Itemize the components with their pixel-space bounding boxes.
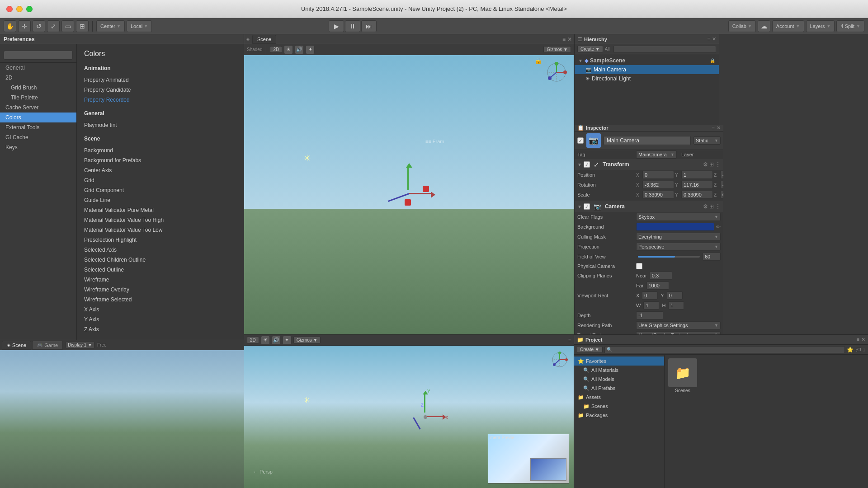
tag-dropdown[interactable]: MainCamera ▼ (636, 150, 677, 159)
pref-item-y-axis[interactable]: Y Axis (84, 314, 236, 324)
minimize-button[interactable] (16, 6, 23, 12)
project-star-icon[interactable]: ⭐ (847, 347, 854, 353)
object-active-checkbox[interactable] (577, 137, 584, 144)
pref-item-material-too-low[interactable]: Material Validator Value Too Low (84, 225, 236, 235)
scale-y-field[interactable] (681, 191, 713, 199)
center-button[interactable]: Center ▼ (96, 20, 125, 32)
project-btn-2[interactable]: ✕ (861, 337, 865, 343)
pref-item-material-pure-metal[interactable]: Material Validator Pure Metal (84, 205, 236, 215)
pref-item-selected-children-outline[interactable]: Selected Children Outline (84, 255, 236, 265)
2d-btn-bottom[interactable]: 2D (247, 337, 259, 343)
camera-more-icon[interactable]: ⋮ (715, 203, 721, 210)
gizmo-widget-bottom[interactable] (548, 348, 571, 372)
project-create-btn[interactable]: Create ▼ (577, 346, 603, 353)
hierarchy-create-btn[interactable]: Create ▼ (577, 46, 603, 52)
inspector-btn-1[interactable]: ≡ (712, 125, 715, 131)
fov-slider[interactable] (638, 256, 700, 258)
pref-item-grid-component[interactable]: Grid Component (84, 185, 236, 195)
pref-item-guide-line[interactable]: Guide Line (84, 195, 236, 205)
local-button[interactable]: Local ▼ (127, 20, 152, 32)
hierarchy-item-scene[interactable]: ▼ ◈ SampleScene 🔒 (575, 56, 719, 65)
maximize-button[interactable] (26, 6, 33, 12)
rotation-y-field[interactable] (681, 181, 713, 189)
transform-settings-icon[interactable]: ⚙ (703, 161, 708, 168)
position-x-field[interactable] (642, 171, 674, 179)
culling-mask-dropdown[interactable]: Everything ▼ (636, 233, 721, 241)
fov-field[interactable] (703, 253, 721, 261)
camera-enabled-checkbox[interactable] (584, 203, 590, 210)
project-assets-header[interactable]: 📁 Assets (574, 393, 664, 402)
gizmos-btn-top[interactable]: Gizmos ▼ (543, 46, 571, 53)
transform-checkbox[interactable] (584, 161, 590, 168)
project-packages-item[interactable]: 📁 Packages (574, 411, 664, 420)
clear-flags-dropdown[interactable]: Skybox ▼ (636, 213, 721, 221)
transform-expand-icon[interactable]: ⊞ (709, 161, 714, 168)
sidebar-item-tile-palette[interactable]: Tile Palette (0, 93, 76, 103)
split-dropdown[interactable]: 4 Split ▼ (836, 20, 864, 32)
close-button[interactable] (6, 6, 13, 12)
hierarchy-item-main-camera[interactable]: 📷 Main Camera (575, 65, 719, 74)
rendering-path-dropdown[interactable]: Use Graphics Settings ▼ (636, 321, 721, 329)
pref-item-property-animated[interactable]: Property Animated (84, 75, 236, 85)
hierarchy-search-input[interactable] (614, 47, 716, 52)
transform-tool-button[interactable]: ⊞ (76, 20, 89, 32)
scale-x-field[interactable] (642, 191, 674, 199)
fx-btn[interactable]: ✦ (306, 45, 315, 54)
background-edit-icon[interactable]: ✏ (716, 224, 721, 230)
rotate-tool-button[interactable]: ↺ (33, 20, 45, 32)
project-sort-icon[interactable]: ↕ (863, 347, 865, 353)
scene-tab-bottom[interactable]: ◈ Scene (2, 341, 31, 350)
project-all-prefabs[interactable]: 🔍 All Prefabs (574, 384, 664, 393)
scene-tab[interactable]: Scene (252, 35, 276, 44)
rotation-z-field[interactable] (720, 181, 723, 189)
static-dropdown[interactable]: Static ▼ (693, 136, 721, 145)
object-name-field[interactable] (604, 136, 691, 145)
audio-btn-b[interactable]: 🔊 (272, 336, 281, 345)
project-tag-icon[interactable]: 🏷 (855, 347, 861, 353)
projection-dropdown[interactable]: Perspective ▼ (636, 243, 721, 251)
project-favorites-header[interactable]: ⭐ Favorites (574, 357, 664, 366)
rect-tool-button[interactable]: ▭ (61, 20, 74, 32)
project-all-models[interactable]: 🔍 All Models (574, 375, 664, 384)
move-tool-button[interactable]: ✛ (18, 20, 31, 32)
project-all-materials[interactable]: 🔍 All Materials (574, 366, 664, 375)
layers-dropdown[interactable]: Layers ▼ (806, 20, 835, 32)
pref-item-wireframe[interactable]: Wireframe (84, 275, 236, 285)
scene-panel-btn-1[interactable]: ≡ (562, 36, 566, 42)
pref-item-material-too-high[interactable]: Material Validator Value Too High (84, 215, 236, 225)
vp-h-field[interactable] (668, 301, 684, 310)
depth-field[interactable] (636, 311, 663, 319)
position-z-field[interactable] (720, 171, 723, 179)
gizmos-btn-bottom[interactable]: Gizmos ▼ (293, 337, 321, 343)
game-tab-bottom[interactable]: 🎮 Game (32, 341, 63, 350)
play-button[interactable]: ▶ (329, 20, 344, 32)
vp-x-field[interactable] (642, 291, 658, 300)
physical-camera-checkbox[interactable] (636, 263, 642, 269)
asset-scenes-item[interactable]: 📁 Scenes (668, 358, 697, 393)
inspector-btn-2[interactable]: ✕ (717, 125, 721, 131)
scene-lock-icon[interactable]: 🔒 (710, 58, 715, 63)
far-field[interactable] (646, 282, 669, 290)
fx-btn-b[interactable]: ✦ (283, 336, 292, 345)
rotation-x-field[interactable] (642, 181, 674, 189)
pref-item-center-axis[interactable]: Center Axis (84, 165, 236, 175)
target-texture-dropdown[interactable]: None (Render Texture) ⊙ (636, 331, 721, 334)
vp-y-field[interactable] (667, 291, 683, 300)
lighting-btn[interactable]: ☀ (284, 45, 293, 54)
sidebar-item-gi-cache[interactable]: GI Cache (0, 132, 76, 142)
sidebar-item-colors[interactable]: Colors (0, 113, 76, 122)
sidebar-item-cache-server[interactable]: Cache Server (0, 103, 76, 113)
hand-tool-button[interactable]: ✋ (4, 20, 16, 32)
project-scenes-item[interactable]: 📁 Scenes (574, 402, 664, 411)
project-btn-1[interactable]: ≡ (857, 337, 859, 343)
scene-panel-btn-2[interactable]: ✕ (567, 36, 572, 42)
audio-btn[interactable]: 🔊 (295, 45, 304, 54)
pref-item-preselection[interactable]: Preselection Highlight (84, 235, 236, 245)
pref-item-property-recorded[interactable]: Property Recorded (84, 95, 236, 105)
pref-item-wireframe-selected[interactable]: Wireframe Selected (84, 295, 236, 305)
pref-item-z-axis[interactable]: Z Axis (84, 324, 236, 334)
2d-btn-top[interactable]: 2D (270, 46, 282, 53)
position-y-field[interactable] (681, 171, 713, 179)
hierarchy-all-btn[interactable]: All (605, 47, 610, 52)
gizmo-widget[interactable] (543, 59, 570, 86)
